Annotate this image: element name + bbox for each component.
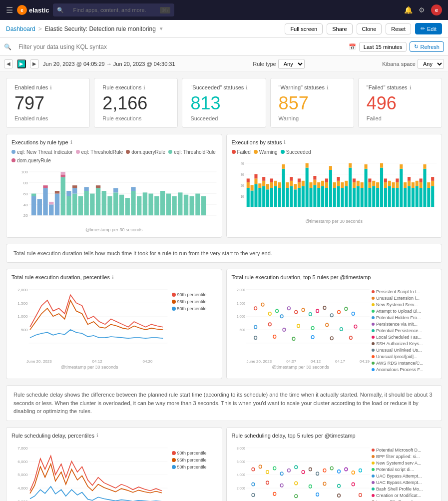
svg-rect-136 (368, 178, 371, 182)
stat-succeeded-label: "Succeeded" statuses ℹ (190, 84, 257, 90)
nav-play-button[interactable]: ▶ (17, 59, 26, 68)
svg-rect-134 (368, 188, 371, 207)
svg-point-198 (294, 311, 297, 314)
svg-point-266 (294, 495, 297, 498)
nav-next-button[interactable]: ▶ (30, 59, 39, 68)
svg-rect-128 (356, 186, 359, 206)
svg-rect-137 (372, 186, 375, 206)
chart-by-status-title: Executions by status ℹ (232, 139, 437, 145)
edit-button[interactable]: ✏ Edit (415, 23, 442, 34)
reset-button[interactable]: Reset (386, 23, 411, 34)
svg-rect-63 (246, 182, 249, 188)
legend-color-dot (232, 150, 236, 154)
svg-point-210 (297, 324, 300, 327)
refresh-button[interactable]: ↻ Refresh (410, 41, 444, 52)
scatter-legend-item: Unusual /proc/[pid]... (372, 354, 437, 359)
settings-icon[interactable]: ⚙ (419, 6, 425, 14)
svg-point-250 (323, 469, 326, 472)
svg-rect-118 (337, 177, 340, 181)
global-search-input[interactable] (67, 5, 157, 15)
chart-status-info-icon[interactable]: ℹ (284, 139, 286, 145)
svg-rect-98 (305, 167, 308, 207)
kql-filter-input[interactable] (14, 43, 346, 50)
nav-right: 🔔 ⚙ e (404, 4, 442, 15)
svg-point-240 (252, 468, 255, 471)
svg-point-269 (359, 493, 362, 496)
svg-text:500: 500 (21, 328, 28, 333)
nav-prev-button[interactable]: ◀ (4, 59, 13, 68)
stat-rule-executions-label: Rule executions ℹ (102, 84, 169, 90)
bell-icon[interactable]: 🔔 (404, 6, 413, 14)
duration-percentiles-info-icon[interactable]: ℹ (112, 275, 114, 280)
scatter-legend-item: Bash Shell Profile Mo... (372, 487, 437, 492)
svg-rect-113 (329, 166, 332, 170)
svg-rect-146 (388, 186, 391, 206)
svg-rect-161 (411, 182, 414, 188)
succeeded-info-icon[interactable]: ℹ (246, 85, 248, 90)
schedule-percentiles-info-icon[interactable]: ℹ (96, 433, 98, 438)
failed-info-icon[interactable]: ℹ (410, 85, 412, 90)
kibana-space-select[interactable]: Any (418, 59, 444, 69)
svg-rect-129 (356, 180, 359, 186)
scatter-legend-item: New Systemd Serv... (372, 302, 437, 307)
svg-point-256 (252, 483, 255, 486)
svg-point-246 (294, 466, 297, 469)
duration-chart-main: 2,000 1,500 1,000 500 (11, 284, 168, 370)
breadcrumb-home[interactable]: Dashboard (6, 25, 35, 32)
svg-rect-43 (148, 193, 153, 215)
svg-rect-47 (172, 196, 176, 215)
scatter-legend-item: UAC Bypass Attempt... (372, 474, 437, 479)
svg-rect-18 (55, 191, 59, 193)
duration-chart-area: 2,000 1,500 1,000 500 (11, 284, 168, 359)
full-screen-button[interactable]: Full screen (285, 23, 323, 34)
scatter-legend-item: Potential Hidden Fro... (372, 315, 437, 320)
menu-icon[interactable]: ☰ (6, 5, 13, 15)
schedule-percentiles-card: Rule scheduling delay, percentiles ℹ 7,0… (6, 427, 222, 501)
rule-executions-info-icon[interactable]: ℹ (143, 85, 145, 90)
svg-rect-15 (49, 204, 53, 215)
svg-rect-14 (43, 185, 47, 188)
global-search[interactable]: 🔍 ⌘/ (53, 3, 174, 16)
svg-rect-163 (415, 180, 418, 186)
svg-rect-30 (90, 193, 94, 215)
svg-rect-170 (427, 182, 430, 188)
svg-rect-76 (266, 184, 269, 189)
rule-type-group: Rule type Any (253, 59, 304, 69)
clone-button[interactable]: Clone (357, 23, 382, 34)
schedule-percentiles-content: 7,000 6,000 5,000 4,000 3,000 (11, 443, 217, 501)
schedule-scatter-main: 8,000 6,000 4,000 2,000 (232, 443, 370, 501)
svg-point-197 (287, 307, 290, 310)
svg-point-255 (359, 469, 362, 472)
svg-point-268 (337, 494, 340, 497)
svg-rect-110 (325, 182, 328, 188)
share-button[interactable]: Share (327, 23, 352, 34)
legend-item: Failed (232, 149, 251, 155)
user-avatar[interactable]: e (431, 4, 442, 15)
svg-rect-45 (160, 191, 165, 215)
svg-point-247 (302, 470, 305, 473)
svg-rect-70 (258, 188, 261, 207)
breadcrumb-dropdown-icon[interactable]: ▼ (159, 26, 164, 31)
chart-type-info-icon[interactable]: ℹ (70, 139, 72, 145)
elastic-logo[interactable]: e elastic (17, 5, 49, 15)
enabled-rules-info-icon[interactable]: ℹ (50, 85, 52, 90)
svg-rect-73 (262, 180, 265, 186)
time-range-button[interactable]: Last 15 minutes (359, 42, 407, 52)
svg-point-192 (254, 307, 257, 310)
svg-rect-96 (301, 186, 304, 206)
svg-text:1,500: 1,500 (17, 301, 28, 306)
svg-rect-112 (329, 170, 332, 207)
svg-rect-160 (411, 188, 414, 207)
schedule-chart-main: 7,000 6,000 5,000 4,000 3,000 (11, 443, 168, 501)
svg-rect-22 (66, 196, 71, 215)
scatter-legend-item: SSH Authorized Keys... (372, 341, 437, 346)
scatter-legend-item: BPF filter applied: si... (372, 454, 437, 459)
svg-point-194 (268, 312, 271, 315)
warning-info-icon[interactable]: ℹ (327, 85, 329, 90)
rule-type-select[interactable]: Any (278, 59, 305, 69)
svg-rect-165 (419, 182, 422, 188)
svg-rect-68 (254, 178, 257, 184)
svg-rect-166 (419, 178, 422, 182)
legend-color-dot (168, 150, 172, 154)
svg-rect-81 (274, 180, 277, 186)
